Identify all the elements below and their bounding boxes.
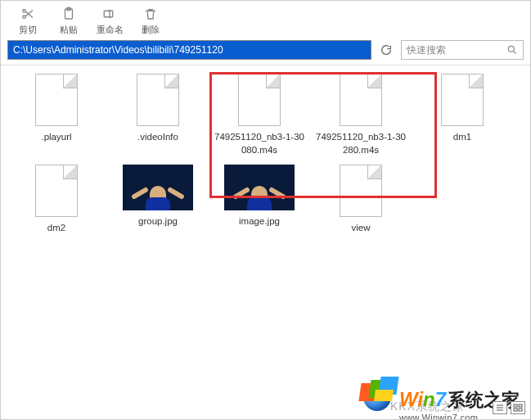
rename-icon — [102, 6, 117, 22]
file-icon — [340, 165, 382, 217]
file-row: dm2 group.jpg image.jpg view — [6, 165, 525, 235]
delete-button[interactable]: 删除 — [130, 6, 171, 36]
refresh-button[interactable] — [376, 40, 396, 60]
file-name: view — [351, 222, 370, 235]
view-grid-button[interactable] — [511, 401, 525, 414]
brand-url: www.Winwin7.com — [399, 413, 478, 420]
path-text: C:\Users\Administrator\Videos\bilibili\7… — [13, 44, 223, 56]
address-bar-row: C:\Users\Administrator\Videos\bilibili\7… — [1, 40, 530, 65]
view-controls — [493, 401, 525, 414]
file-icon — [441, 74, 484, 126]
file-name: dm2 — [47, 222, 65, 235]
file-item[interactable]: .playurl — [6, 74, 107, 156]
file-item[interactable]: dm1 — [412, 74, 513, 156]
rename-button[interactable]: 重命名 — [89, 6, 130, 36]
clipboard-icon — [61, 6, 76, 22]
windows-flag-icon — [358, 382, 396, 414]
paste-label: 粘贴 — [60, 24, 78, 36]
file-item[interactable]: 749251120_nb3-1-30080.m4s — [209, 74, 310, 156]
file-item[interactable]: image.jpg — [209, 165, 310, 235]
scissors-icon — [20, 6, 35, 22]
rename-label: 重命名 — [97, 24, 124, 36]
image-thumbnail — [123, 165, 193, 210]
svg-rect-7 — [519, 404, 522, 407]
image-thumbnail — [224, 165, 295, 210]
file-pane[interactable]: .playurl .videoInfo 749251120_nb3-1-3008… — [1, 65, 530, 386]
cut-label: 剪切 — [19, 24, 37, 36]
delete-label: 删除 — [142, 24, 160, 36]
file-name: 749251120_nb3-1-30280.m4s — [316, 131, 406, 156]
file-item[interactable]: dm2 — [6, 165, 107, 235]
trash-icon — [143, 6, 158, 22]
search-input[interactable]: 快速搜索 — [401, 40, 524, 60]
file-icon — [238, 74, 281, 126]
file-name: 749251120_nb3-1-30080.m4s — [214, 131, 304, 156]
file-item[interactable]: group.jpg — [107, 165, 209, 235]
address-bar[interactable]: C:\Users\Administrator\Videos\bilibili\7… — [7, 40, 371, 60]
search-icon — [506, 44, 518, 56]
file-name: image.jpg — [239, 215, 280, 228]
file-name: dm1 — [453, 131, 471, 144]
file-name: group.jpg — [138, 215, 178, 228]
svg-rect-4 — [104, 11, 113, 17]
file-item[interactable]: .videoInfo — [107, 74, 209, 156]
svg-rect-6 — [514, 404, 517, 407]
file-icon — [137, 74, 179, 126]
file-icon — [35, 165, 78, 217]
paste-button[interactable]: 粘贴 — [48, 6, 89, 36]
svg-point-5 — [508, 46, 514, 52]
file-name: .playurl — [41, 131, 71, 144]
toolbar: 剪切 粘贴 重命名 删除 — [1, 1, 530, 40]
file-item[interactable]: 749251120_nb3-1-30280.m4s — [310, 74, 412, 156]
file-icon — [35, 74, 78, 126]
search-placeholder: 快速搜索 — [407, 43, 446, 57]
file-row: .playurl .videoInfo 749251120_nb3-1-3008… — [6, 74, 525, 156]
file-icon — [340, 74, 382, 126]
view-list-button[interactable] — [493, 401, 507, 414]
file-item[interactable]: view — [310, 165, 412, 235]
svg-rect-8 — [514, 409, 517, 411]
refresh-icon — [380, 43, 393, 56]
svg-rect-9 — [519, 409, 522, 411]
cut-button[interactable]: 剪切 — [7, 6, 48, 36]
file-name: .videoInfo — [137, 131, 178, 144]
